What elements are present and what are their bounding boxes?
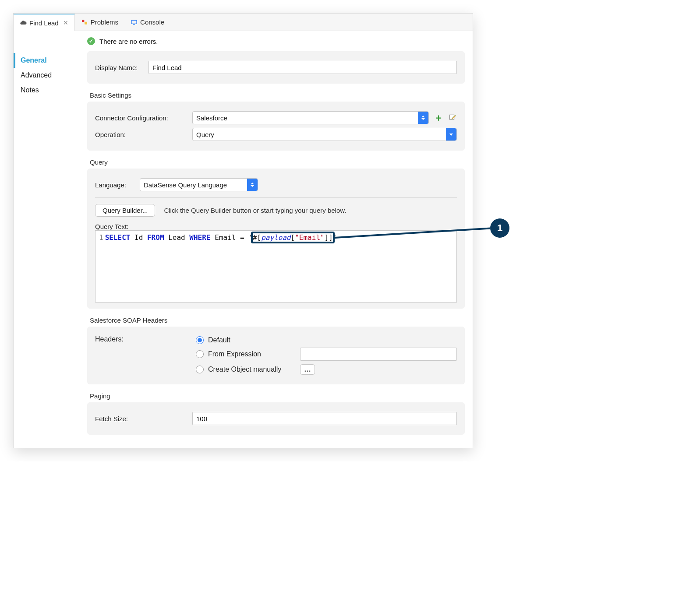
basic-settings-panel: Connector Configuration: Salesforce ＋ [87, 102, 465, 151]
svg-rect-2 [131, 20, 137, 24]
token-emailkey: "Email" [295, 233, 324, 242]
tab-problems[interactable]: Problems [75, 14, 124, 31]
query-title: Query [90, 158, 465, 166]
headers-label: Headers: [95, 335, 124, 343]
select-value: Query [196, 131, 214, 138]
token-payload: payload [261, 233, 290, 242]
close-icon[interactable]: ✕ [63, 19, 68, 26]
display-name-panel: Display Name: [87, 51, 465, 84]
paging-title: Paging [90, 392, 465, 400]
query-panel: Language: DataSense Query Language Query… [87, 169, 465, 309]
radio-expression-label: From Expression [208, 350, 296, 358]
fetch-size-input[interactable] [192, 412, 457, 425]
svg-rect-0 [82, 20, 84, 22]
select-value: DataSense Query Language [144, 181, 227, 189]
token-select: SELECT [105, 233, 131, 242]
annotation-marker-1: 1 [490, 218, 509, 238]
problems-icon [81, 19, 88, 26]
operation-select[interactable]: Query [192, 128, 457, 141]
basic-settings-title: Basic Settings [90, 91, 465, 99]
operation-label: Operation: [95, 131, 187, 138]
radio-default[interactable] [196, 336, 204, 344]
tab-label: Console [140, 18, 164, 26]
radio-from-expression[interactable] [196, 350, 204, 358]
language-label: Language: [95, 181, 134, 189]
expression-input[interactable] [300, 348, 457, 361]
chevron-updown-icon [247, 179, 258, 191]
connector-config-select[interactable]: Salesforce [192, 111, 429, 124]
query-builder-hint: Click the Query Builder button or start … [164, 207, 346, 214]
pencil-icon [449, 114, 456, 122]
tab-label: Find Lead [29, 19, 59, 27]
svg-rect-3 [133, 24, 135, 25]
edit-config-button[interactable] [448, 113, 457, 122]
soap-headers-title: Salesforce SOAP Headers [90, 317, 465, 324]
token-brclose: ]] [325, 233, 333, 242]
token-id: Id [134, 233, 143, 242]
connector-config-label: Connector Configuration: [95, 114, 187, 122]
token-hash: #[ [253, 233, 261, 242]
select-value: Salesforce [196, 114, 227, 122]
status-text: There are no errors. [99, 38, 158, 45]
cloud-icon [20, 19, 27, 26]
token-where: WHERE [189, 233, 210, 242]
side-tab-notes[interactable]: Notes [14, 83, 79, 98]
token-q1: ' [248, 233, 253, 242]
ok-icon: ✓ [87, 37, 95, 45]
line-number: 1 [99, 233, 103, 242]
add-config-button[interactable]: ＋ [434, 113, 443, 122]
token-bropen: [ [291, 233, 295, 242]
plus-icon: ＋ [434, 111, 443, 124]
main-panel: ✓ There are no errors. Display Name: Bas… [79, 31, 473, 448]
divider [95, 197, 457, 198]
query-text-editor[interactable]: 1SELECT Id FROM Lead WHERE Email = '#[pa… [95, 230, 457, 302]
tab-label: Problems [91, 18, 118, 26]
fetch-size-label: Fetch Size: [95, 415, 187, 422]
query-text-label: Query Text: [95, 223, 457, 230]
side-tabs: General Advanced Notes [14, 31, 79, 448]
query-builder-button[interactable]: Query Builder... [95, 204, 155, 217]
radio-default-label: Default [208, 336, 230, 344]
radio-manual-label: Create Object manually [208, 366, 296, 373]
chevron-down-icon [446, 128, 456, 141]
token-lead: Lead [168, 233, 185, 242]
svg-rect-1 [85, 21, 87, 24]
properties-window: Find Lead ✕ Problems Console General Adv… [13, 13, 473, 448]
tab-console[interactable]: Console [124, 14, 170, 31]
side-tab-advanced[interactable]: Advanced [14, 68, 79, 83]
token-from: FROM [147, 233, 164, 242]
console-icon [131, 19, 138, 26]
soap-headers-panel: Headers: Default From Expression [87, 327, 465, 384]
display-name-label: Display Name: [95, 64, 143, 71]
token-eq: = [240, 233, 244, 242]
tab-find-lead[interactable]: Find Lead ✕ [14, 14, 75, 31]
status-row: ✓ There are no errors. [87, 37, 465, 45]
side-tab-general[interactable]: General [14, 53, 79, 68]
token-email: Email [215, 233, 236, 242]
paging-panel: Fetch Size: [87, 402, 465, 435]
radio-create-manually[interactable] [196, 366, 204, 373]
top-tab-bar: Find Lead ✕ Problems Console [14, 14, 473, 31]
ellipsis-button[interactable]: … [300, 364, 315, 375]
chevron-updown-icon [418, 112, 428, 124]
language-select[interactable]: DataSense Query Language [140, 178, 258, 191]
display-name-input[interactable] [148, 61, 457, 74]
